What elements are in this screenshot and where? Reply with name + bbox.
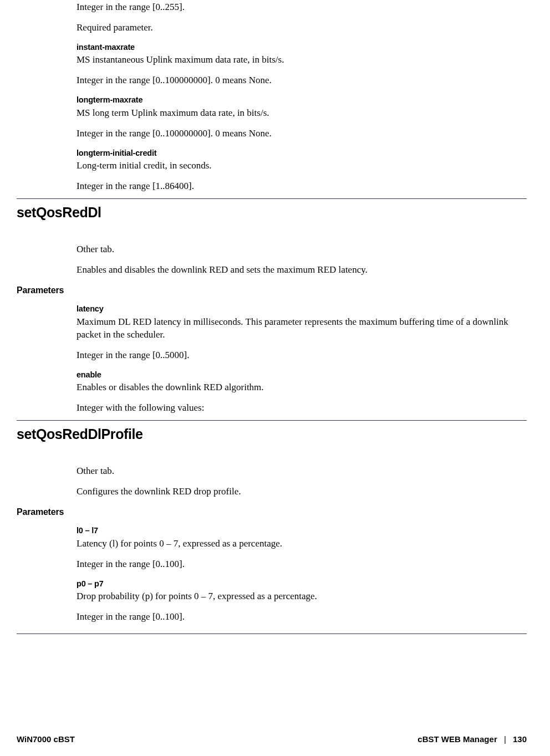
- param-desc: Maximum DL RED latency in milliseconds. …: [77, 316, 527, 341]
- page-footer: WiN7000 cBST cBST WEB Manager | 130: [17, 734, 527, 745]
- section-divider: [17, 420, 527, 421]
- param-range: Integer in the range [0..5000].: [77, 349, 527, 362]
- parameters-heading: Parameters: [17, 284, 527, 297]
- section-tab: Other tab.: [77, 465, 527, 478]
- param-desc: Long-term initial credit, in seconds.: [77, 160, 527, 172]
- section-desc: Enables and disables the downlink RED an…: [77, 264, 527, 277]
- param-range: Integer in the range [0..100000000]. 0 m…: [77, 127, 527, 140]
- section-body: Other tab. Configures the downlink RED d…: [77, 465, 527, 498]
- param-range: Integer with the following values:: [77, 402, 527, 415]
- page-content: Integer in the range [0..255]. Required …: [0, 0, 550, 624]
- param-name-instant-maxrate: instant-maxrate: [77, 42, 527, 53]
- parameters-heading: Parameters: [17, 506, 527, 518]
- param-range: Integer in the range [1..86400].: [77, 180, 527, 193]
- param-range: Integer in the range [0..100].: [77, 558, 527, 571]
- param-desc: MS long term Uplink maximum data rate, i…: [77, 107, 527, 120]
- parameters-body: latency Maximum DL RED latency in millis…: [77, 304, 527, 415]
- footer-divider: [17, 634, 527, 634]
- param-range: Integer in the range [0..255].: [77, 1, 527, 14]
- param-name-p0-p7: p0 – p7: [77, 579, 527, 590]
- footer-separator: |: [504, 734, 506, 744]
- footer-left: WiN7000 cBST: [17, 734, 75, 745]
- section-body: Other tab. Enables and disables the down…: [77, 243, 527, 277]
- param-range: Integer in the range [0..100].: [77, 611, 527, 624]
- param-name-longterm-maxrate: longterm-maxrate: [77, 95, 527, 106]
- footer-right: cBST WEB Manager | 130: [417, 734, 527, 745]
- param-desc: Enables or disables the downlink RED alg…: [77, 381, 527, 394]
- param-range: Integer in the range [0..100000000]. 0 m…: [77, 74, 527, 87]
- section-desc: Configures the downlink RED drop profile…: [77, 486, 527, 498]
- top-continuation: Integer in the range [0..255]. Required …: [77, 1, 527, 193]
- section-title-setqosreddl: setQosRedDl: [17, 203, 527, 222]
- param-name-longterm-initial-credit: longterm-initial-credit: [77, 148, 527, 159]
- param-name-enable: enable: [77, 370, 527, 381]
- section-tab: Other tab.: [77, 243, 527, 256]
- param-name-latency: latency: [77, 304, 527, 315]
- section-divider: [17, 198, 527, 199]
- param-desc: Latency (l) for points 0 – 7, expressed …: [77, 538, 527, 550]
- param-desc: MS instantaneous Uplink maximum data rat…: [77, 54, 527, 67]
- section-title-setqosreddlprofile: setQosRedDlProfile: [17, 425, 527, 444]
- footer-page-number: 130: [513, 734, 527, 744]
- param-name-l0-l7: l0 – l7: [77, 525, 527, 537]
- param-desc: Drop probability (p) for points 0 – 7, e…: [77, 590, 527, 603]
- footer-section-title: cBST WEB Manager: [417, 734, 497, 744]
- parameters-body: l0 – l7 Latency (l) for points 0 – 7, ex…: [77, 525, 527, 624]
- param-required: Required parameter.: [77, 22, 527, 34]
